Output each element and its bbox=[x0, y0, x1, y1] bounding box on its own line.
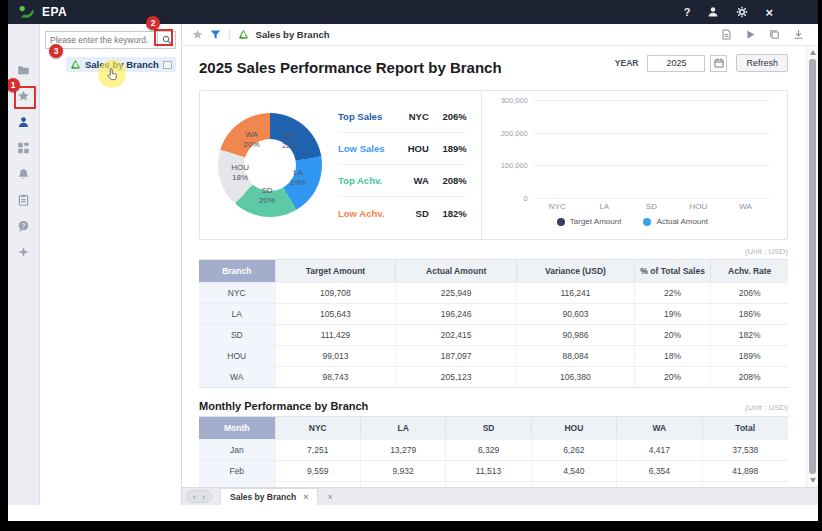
table-row[interactable]: Mar11,7886,0839,6347,02510,94045,470 bbox=[199, 481, 788, 487]
table-cell: 206% bbox=[711, 283, 788, 303]
legend-item: Target Amount bbox=[557, 217, 622, 226]
kpi-stats: Top Sales NYC 206%Low Sales HOU 189%Top … bbox=[338, 101, 467, 229]
grid-icon[interactable] bbox=[17, 142, 30, 154]
table-row[interactable]: NYC109,708225,949116,24122%206% bbox=[199, 282, 788, 303]
branch-share-donut-chart: NYC22%LA19%SD20%HOU18%WA20% bbox=[218, 113, 322, 217]
table-cell: 196,246 bbox=[396, 304, 517, 324]
table-cell: Feb bbox=[199, 461, 276, 481]
stat-branch: NYC bbox=[409, 111, 429, 122]
stat-row: Top Achv. WA 208% bbox=[338, 165, 467, 197]
sparkle-icon[interactable] bbox=[17, 246, 30, 258]
clipboard-icon[interactable] bbox=[17, 194, 30, 206]
table-cell: 106,380 bbox=[517, 367, 635, 387]
calendar-icon[interactable] bbox=[710, 55, 727, 72]
search-input[interactable] bbox=[46, 32, 157, 48]
table-row[interactable]: Jan7,25113,2796,3296,2624,41737,538 bbox=[199, 439, 788, 460]
table-cell: 6,354 bbox=[617, 461, 702, 481]
vertical-scrollbar[interactable] bbox=[806, 46, 818, 487]
table-cell: 189% bbox=[711, 346, 788, 366]
table-cell: 9,559 bbox=[276, 461, 361, 481]
folder-icon[interactable] bbox=[17, 64, 30, 76]
table-cell: 18% bbox=[635, 346, 712, 366]
tab-sales-by-branch[interactable]: Sales by Branch × bbox=[220, 488, 318, 505]
stat-value: 206% bbox=[429, 111, 467, 122]
table-row[interactable]: LA105,643196,24690,60319%186% bbox=[199, 303, 788, 324]
table-cell: HOU bbox=[199, 346, 276, 366]
favorite-star-icon[interactable] bbox=[192, 29, 203, 40]
table-cell: 9,634 bbox=[446, 482, 531, 487]
stat-row: Low Achv. SD 182% bbox=[338, 197, 467, 229]
unit-label: (Unit : USD) bbox=[199, 247, 788, 256]
bell-icon[interactable] bbox=[17, 168, 30, 180]
summary-panel: NYC22%LA19%SD20%HOU18%WA20% Top Sales NY… bbox=[199, 90, 788, 240]
table-cell: 90,986 bbox=[517, 325, 635, 345]
user-icon[interactable] bbox=[17, 116, 30, 128]
program-icon bbox=[238, 29, 249, 40]
stat-row: Top Sales NYC 206% bbox=[338, 101, 467, 133]
year-input[interactable] bbox=[647, 55, 705, 72]
x-axis-label: SD bbox=[636, 202, 666, 211]
run-icon[interactable] bbox=[745, 29, 756, 40]
breadcrumb: Sales by Branch bbox=[256, 29, 330, 40]
popup-icon[interactable] bbox=[163, 61, 172, 69]
table-cell: 7,025 bbox=[532, 482, 617, 487]
table-row[interactable]: Feb9,5599,93211,5134,5406,35441,898 bbox=[199, 460, 788, 481]
table-cell: 45,470 bbox=[703, 482, 788, 487]
table-cell: 11,788 bbox=[276, 482, 361, 487]
filter-icon[interactable] bbox=[210, 29, 221, 40]
legend-item: Actual Amount bbox=[643, 217, 708, 226]
gear-icon[interactable] bbox=[736, 6, 748, 18]
tab-scroll-nav[interactable]: ‹ › bbox=[186, 490, 212, 503]
refresh-button[interactable]: Refresh bbox=[736, 54, 788, 72]
table-cell: 11,513 bbox=[446, 461, 531, 481]
tab-next-icon[interactable]: › bbox=[202, 492, 205, 502]
column-header: LA bbox=[361, 417, 446, 439]
app-logo: EPA bbox=[18, 5, 67, 20]
table-cell: 13,279 bbox=[361, 440, 446, 460]
column-header: SD bbox=[446, 417, 531, 439]
table-cell: 4,540 bbox=[532, 461, 617, 481]
table-cell: 186% bbox=[711, 304, 788, 324]
table-cell: 98,743 bbox=[276, 367, 397, 387]
table-header-row: MonthNYCLASDHOUWATotal bbox=[199, 417, 788, 439]
table-row[interactable]: WA98,743205,123106,38020%208% bbox=[199, 366, 788, 387]
stat-branch: WA bbox=[413, 175, 428, 186]
user-icon[interactable] bbox=[707, 6, 719, 18]
column-header: Month bbox=[199, 417, 276, 439]
tab-empty[interactable]: × bbox=[318, 488, 341, 505]
table-row[interactable]: SD111,429202,41590,98620%182% bbox=[199, 324, 788, 345]
table-cell: 6,329 bbox=[446, 440, 531, 460]
y-tick-label: 100,000 bbox=[501, 161, 528, 170]
table-cell: NYC bbox=[199, 283, 276, 303]
download-icon[interactable] bbox=[793, 29, 804, 40]
help-icon[interactable]: ? bbox=[684, 6, 691, 18]
table-cell: 187,097 bbox=[396, 346, 517, 366]
click-cursor-highlight bbox=[98, 60, 126, 88]
tab-prev-icon[interactable]: ‹ bbox=[193, 492, 196, 502]
donut-label-hou: HOU18% bbox=[231, 163, 249, 183]
table-cell: LA bbox=[199, 304, 276, 324]
scrollbar-thumb[interactable] bbox=[809, 59, 816, 474]
tab-close-icon[interactable]: × bbox=[303, 492, 308, 502]
copy-icon[interactable] bbox=[769, 29, 780, 40]
table-cell: 10,940 bbox=[617, 482, 702, 487]
stat-value: 189% bbox=[429, 143, 467, 154]
column-header: Branch bbox=[199, 260, 276, 282]
tab-close-icon[interactable]: × bbox=[327, 492, 332, 502]
scroll-up-arrow[interactable] bbox=[810, 50, 816, 55]
table-cell: SD bbox=[199, 325, 276, 345]
document-icon[interactable] bbox=[721, 29, 732, 40]
navigation-panel: Sales by Branch bbox=[40, 24, 182, 505]
chat-question-icon[interactable]: ? bbox=[17, 220, 30, 232]
hand-cursor-icon bbox=[106, 67, 119, 82]
table-row[interactable]: HOU99,013187,09788,08418%189% bbox=[199, 345, 788, 366]
legend-dot bbox=[557, 218, 565, 226]
svg-text:?: ? bbox=[22, 222, 26, 229]
scroll-down-arrow[interactable] bbox=[810, 478, 816, 483]
donut-label-wa: WA20% bbox=[244, 130, 260, 150]
close-icon[interactable]: × bbox=[765, 5, 773, 20]
table-cell: 20% bbox=[635, 325, 712, 345]
column-header: Variance (USD) bbox=[517, 260, 635, 282]
annotation-step-3: 3 bbox=[49, 44, 63, 58]
x-axis-label: HOU bbox=[683, 202, 713, 211]
